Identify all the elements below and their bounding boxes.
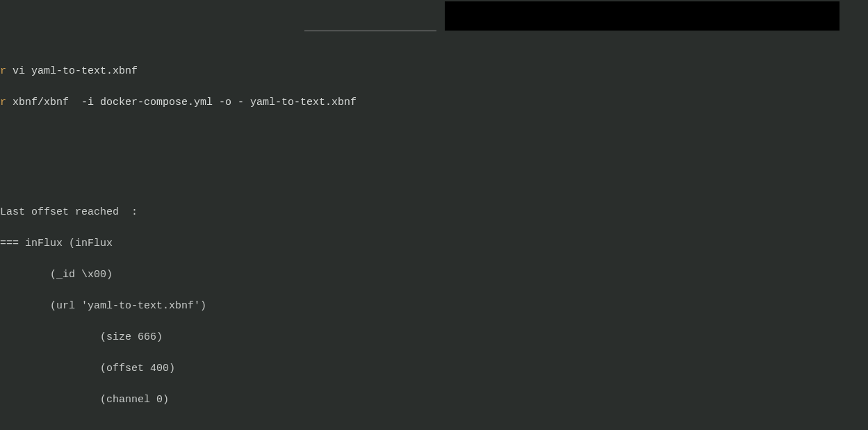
redacted-bar	[445, 1, 840, 31]
header-underline	[304, 31, 436, 31]
prompt-marker: r	[0, 65, 6, 77]
command-line-2: r xbnf/xbnf -i docker-compose.yml -o - y…	[0, 95, 868, 111]
url-line: (url 'yaml-to-text.xbnf')	[0, 299, 868, 315]
offset-header: Last offset reached :	[0, 205, 868, 221]
offset-line: (offset 400)	[0, 361, 868, 377]
command-text-1: vi yaml-to-text.xbnf	[6, 65, 138, 77]
id-line: (_id \x00)	[0, 267, 868, 283]
prompt-marker: r	[0, 97, 6, 108]
influx-line: === inFlux (inFlux	[0, 236, 868, 252]
command-text-2: xbnf/xbnf -i docker-compose.yml -o - yam…	[6, 97, 357, 108]
size-line: (size 666)	[0, 330, 868, 346]
command-line-1: r vi yaml-to-text.xbnf	[0, 64, 868, 80]
channel-line: (channel 0)	[0, 392, 868, 408]
terminal-output: Last offset reached : === inFlux (inFlux…	[0, 158, 868, 430]
